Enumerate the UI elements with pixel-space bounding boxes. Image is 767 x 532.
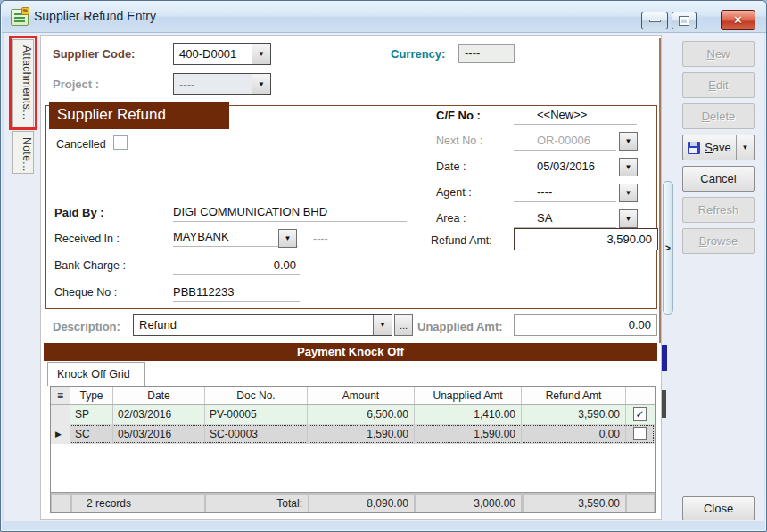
description-more-button[interactable]: ... <box>394 314 413 336</box>
cell-refund-amt: 3,590.00 <box>522 405 626 424</box>
collapse-splitter[interactable]: > <box>663 181 673 315</box>
bank-charge-field[interactable]: 0.00 <box>173 257 300 275</box>
scrollbar-thumb[interactable] <box>662 390 666 418</box>
cell-type: SP <box>70 405 113 424</box>
currency-value: ---- <box>458 44 515 63</box>
cancel-button[interactable]: Cancel <box>682 166 755 192</box>
dropdown-arrow-icon[interactable]: ▼ <box>619 132 638 151</box>
col-header-check <box>626 387 655 404</box>
project-label: Project : <box>53 78 99 91</box>
col-header-amount[interactable]: Amount <box>308 387 415 404</box>
area-field[interactable]: SA <box>514 209 616 228</box>
project-value: ---- <box>174 74 252 94</box>
agent-label: Agent : <box>436 186 472 199</box>
browse-button[interactable]: Browse <box>682 228 755 254</box>
note-tab[interactable]: Note... <box>12 131 34 174</box>
unapplied-amt-field[interactable]: 0.00 <box>514 314 657 336</box>
col-header-type[interactable]: Type <box>70 387 113 404</box>
col-header-date[interactable]: Date <box>113 387 205 404</box>
next-no-label: Next No : <box>436 135 482 147</box>
cancelled-checkbox[interactable] <box>113 135 128 150</box>
row-marker-icon: ▶ <box>51 424 70 444</box>
next-no-field[interactable]: OR-00006 <box>514 132 616 151</box>
app-icon: % <box>11 9 29 26</box>
chevron-right-icon: > <box>665 243 671 253</box>
cf-no-field[interactable]: <<New>> <box>514 106 637 125</box>
cell-unapplied-amt: 1,410.00 <box>415 405 522 424</box>
dropdown-arrow-icon[interactable]: ▼ <box>252 44 270 64</box>
cell-doc-no: SC-00003 <box>205 424 308 444</box>
cell-date: 05/03/2016 <box>113 424 205 444</box>
record-count: 2 records <box>72 495 204 512</box>
area-label: Area : <box>436 212 466 225</box>
cheque-no-field[interactable]: PBB112233 <box>173 283 300 302</box>
minimize-button[interactable] <box>641 12 668 29</box>
refund-amt-label: Refund Amt: <box>431 234 492 247</box>
dropdown-arrow-icon[interactable]: ▼ <box>373 315 392 335</box>
grid-row-1[interactable]: SP 02/03/2016 PV-00005 6,500.00 1,410.00… <box>51 405 655 424</box>
footer-spacer <box>627 495 654 512</box>
row-indicator <box>51 405 70 424</box>
row-checkbox[interactable] <box>633 427 647 440</box>
project-combo[interactable]: ---- ▼ <box>173 73 271 95</box>
cheque-no-label: Cheque No : <box>54 286 117 299</box>
description-combo[interactable]: Refund ▼ <box>133 314 392 336</box>
close-window-button[interactable]: ✕ <box>721 10 755 30</box>
dropdown-arrow-icon[interactable]: ▼ <box>252 74 270 94</box>
cell-doc-no: PV-00005 <box>205 405 308 424</box>
save-dropdown-button[interactable]: ▼ <box>736 135 754 160</box>
close-button[interactable]: Close <box>682 496 755 520</box>
title-bar[interactable]: % Supplier Refund Entry ✕ <box>2 1 767 33</box>
edit-button[interactable]: Edit <box>682 72 755 98</box>
cell-refund-amt: 0.00 <box>522 424 626 444</box>
cf-no-label: C/F No : <box>436 109 481 122</box>
grid-footer-row: 2 records Total: 8,090.00 3,000.00 3,590… <box>51 492 655 512</box>
save-icon <box>688 142 700 154</box>
menu-icon[interactable]: ≡ <box>51 387 70 404</box>
knockoff-grid: ≡ Type Date Doc No. Amount Unapplied Amt… <box>50 386 656 513</box>
dropdown-arrow-icon[interactable]: ▼ <box>278 229 297 248</box>
new-button[interactable]: New <box>682 41 755 67</box>
col-header-refund-amt[interactable]: Refund Amt <box>522 387 626 404</box>
date-field[interactable]: 05/03/2016 <box>514 158 616 176</box>
dropdown-arrow-icon[interactable]: ▼ <box>619 184 638 202</box>
save-button[interactable]: Save ▼ <box>682 135 755 160</box>
cancelled-label: Cancelled <box>56 138 106 151</box>
row-checkbox[interactable]: ✓ <box>633 407 647 421</box>
grid-row-2[interactable]: ▶ SC 05/03/2016 SC-00003 1,590.00 1,590.… <box>51 424 655 444</box>
description-label: Description: <box>53 320 120 333</box>
unapplied-total: 3,000.00 <box>416 495 521 512</box>
supplier-code-value: 400-D0001 <box>174 44 252 64</box>
maximize-icon <box>680 17 689 25</box>
paid-by-field[interactable]: DIGI COMMUNICATION BHD <box>173 203 407 222</box>
total-label: Total: <box>206 495 308 512</box>
dropdown-arrow-icon[interactable]: ▼ <box>619 158 638 176</box>
currency-label: Currency: <box>391 47 445 61</box>
agent-field[interactable]: ---- <box>514 184 616 202</box>
cell-amount: 6,500.00 <box>308 405 415 424</box>
col-header-unapplied-amt[interactable]: Unapplied Amt <box>415 387 522 404</box>
minimize-icon <box>649 20 661 22</box>
cell-amount: 1,590.00 <box>308 424 415 444</box>
unapplied-amt-label: Unapplied Amt: <box>417 320 503 333</box>
col-header-doc-no[interactable]: Doc No. <box>205 387 308 404</box>
delete-button[interactable]: Delete <box>682 103 755 129</box>
maximize-button[interactable] <box>672 12 697 29</box>
cell-date: 02/03/2016 <box>113 405 205 424</box>
refresh-button[interactable]: Refresh <box>682 197 755 223</box>
dropdown-arrow-icon[interactable]: ▼ <box>619 209 638 228</box>
scrollbar-thumb[interactable] <box>662 345 667 371</box>
refund-total: 3,590.00 <box>524 495 625 512</box>
amount-total: 8,090.00 <box>309 495 414 512</box>
close-icon: ✕ <box>733 13 743 27</box>
refund-amt-field[interactable]: 3,590.00 <box>514 228 658 250</box>
date-label: Date : <box>436 160 466 173</box>
attachments-tab[interactable]: Attachments... <box>12 39 34 127</box>
received-in-label: Received In : <box>54 233 120 245</box>
supplier-code-label: Supplier Code: <box>53 47 135 61</box>
knockoff-grid-tab[interactable]: Knock Off Grid <box>47 362 145 386</box>
cell-type: SC <box>70 424 113 444</box>
panel-edge <box>659 38 661 343</box>
supplier-code-combo[interactable]: 400-D0001 ▼ <box>173 43 271 65</box>
paid-by-label: Paid By : <box>54 206 104 219</box>
